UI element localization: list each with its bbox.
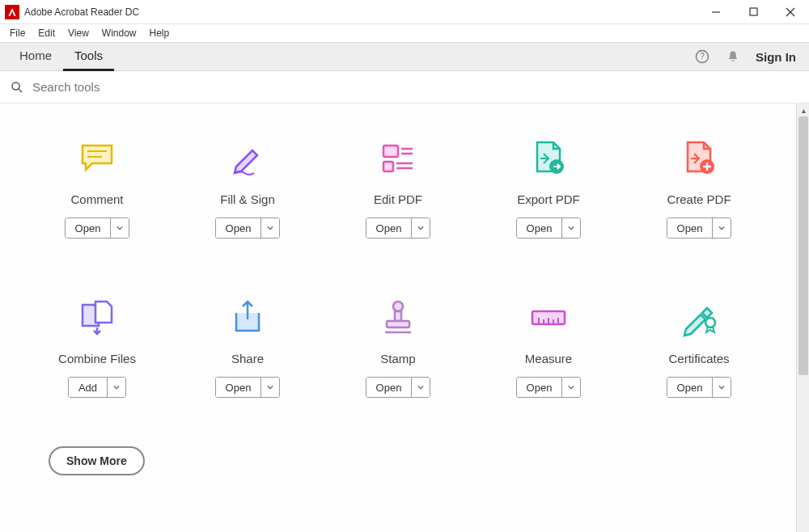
tool-export-pdf: Export PDF Open — [477, 136, 620, 239]
show-more-button[interactable]: Show More — [49, 446, 145, 475]
chevron-down-icon[interactable] — [108, 378, 125, 397]
stamp-icon — [375, 295, 421, 340]
tool-create-pdf: Create PDF Open — [628, 136, 770, 239]
tabbar: Home Tools ? Sign In — [0, 42, 809, 71]
tool-combine-files: Combine Files Add — [26, 295, 168, 398]
search-input[interactable] — [32, 80, 799, 94]
window-controls — [697, 0, 809, 24]
svg-rect-1 — [750, 8, 757, 15]
menu-file[interactable]: File — [3, 26, 32, 40]
certificates-icon — [676, 295, 722, 340]
app-title: Adobe Acrobat Reader DC — [24, 6, 139, 18]
minimize-button[interactable] — [697, 0, 735, 24]
tool-label: Combine Files — [58, 352, 136, 365]
svg-rect-10 — [383, 146, 398, 157]
tool-edit-pdf: Edit PDF Open — [327, 136, 469, 239]
menubar: File Edit View Window Help — [0, 24, 809, 42]
close-button[interactable] — [772, 0, 809, 24]
svg-point-30 — [705, 318, 715, 327]
tool-comment: Comment Open — [26, 136, 168, 239]
chevron-down-icon[interactable] — [562, 378, 580, 397]
tool-share: Share Open — [176, 295, 319, 398]
menu-window[interactable]: Window — [95, 26, 143, 40]
svg-line-7 — [19, 89, 22, 92]
titlebar: Adobe Acrobat Reader DC — [0, 0, 809, 24]
edit-pdf-icon — [375, 136, 421, 181]
tool-open-button[interactable]: Open — [366, 377, 431, 398]
tool-label: Export PDF — [517, 192, 580, 206]
notifications-icon[interactable] — [725, 49, 741, 65]
search-icon — [10, 80, 24, 95]
tab-home[interactable]: Home — [8, 42, 63, 71]
fill-sign-icon — [225, 136, 270, 181]
svg-point-6 — [12, 82, 19, 90]
svg-rect-22 — [387, 321, 409, 327]
tool-fill-sign: Fill & Sign Open — [176, 136, 319, 239]
tool-open-button[interactable]: Open — [516, 217, 582, 239]
tool-label: Comment — [70, 192, 123, 206]
scroll-thumb[interactable] — [798, 116, 808, 375]
comment-icon — [74, 136, 120, 181]
create-pdf-icon — [676, 136, 722, 181]
maximize-button[interactable] — [735, 0, 772, 24]
chevron-down-icon[interactable] — [111, 218, 129, 238]
tool-measure: Measure Open — [477, 295, 620, 398]
share-icon — [225, 295, 270, 340]
chevron-down-icon[interactable] — [562, 218, 580, 238]
tab-tools[interactable]: Tools — [63, 42, 114, 71]
menu-view[interactable]: View — [61, 26, 95, 40]
tool-open-button[interactable]: Open — [366, 217, 431, 239]
tool-label: Share — [231, 352, 264, 365]
tool-label: Fill & Sign — [220, 192, 275, 206]
tool-label: Measure — [525, 352, 572, 365]
scroll-up-icon[interactable]: ▴ — [797, 103, 809, 116]
tool-open-button[interactable]: Open — [667, 217, 732, 239]
searchbar — [0, 71, 809, 103]
tool-label: Certificates — [668, 352, 729, 365]
app-logo-icon — [5, 5, 19, 19]
chevron-down-icon[interactable] — [412, 378, 430, 397]
tool-open-button[interactable]: Open — [215, 217, 281, 239]
tool-add-button[interactable]: Add — [68, 377, 126, 398]
tool-open-button[interactable]: Open — [516, 377, 582, 398]
chevron-down-icon[interactable] — [713, 378, 731, 397]
combine-files-icon — [74, 295, 120, 340]
tool-stamp: Stamp Open — [327, 295, 469, 398]
svg-rect-21 — [395, 311, 401, 321]
help-icon[interactable]: ? — [694, 49, 710, 65]
svg-point-20 — [393, 302, 403, 311]
svg-text:?: ? — [700, 52, 705, 61]
chevron-down-icon[interactable] — [261, 218, 279, 238]
tool-label: Stamp — [380, 352, 415, 365]
chevron-down-icon[interactable] — [713, 218, 731, 238]
export-pdf-icon — [526, 136, 571, 181]
chevron-down-icon[interactable] — [261, 378, 279, 397]
chevron-down-icon[interactable] — [412, 218, 430, 238]
menu-help[interactable]: Help — [143, 26, 176, 40]
tool-certificates: Certificates Open — [628, 295, 770, 398]
tool-open-button[interactable]: Open — [65, 217, 130, 239]
menu-edit[interactable]: Edit — [32, 26, 61, 40]
tool-open-button[interactable]: Open — [215, 377, 281, 398]
tool-label: Create PDF — [667, 192, 731, 206]
tools-panel: Comment Open Fill & Sign Open Edit PDF — [0, 103, 796, 532]
sign-in-link[interactable]: Sign In — [756, 50, 801, 64]
vertical-scrollbar[interactable]: ▴ — [796, 103, 809, 532]
tool-open-button[interactable]: Open — [667, 377, 732, 398]
tool-label: Edit PDF — [374, 192, 422, 206]
measure-icon — [526, 295, 571, 340]
svg-rect-11 — [383, 162, 393, 171]
